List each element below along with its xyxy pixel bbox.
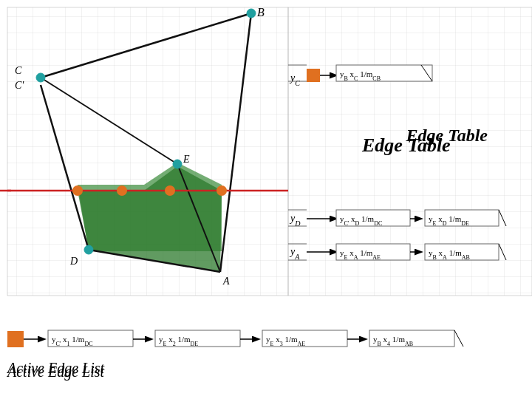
svg-point-18 bbox=[165, 185, 175, 196]
svg-point-15 bbox=[84, 245, 93, 254]
svg-point-13 bbox=[36, 73, 45, 82]
svg-text:D: D bbox=[69, 256, 78, 267]
svg-point-19 bbox=[216, 185, 227, 196]
active-edge-list-label: Active Edge List bbox=[7, 360, 104, 377]
svg-point-12 bbox=[247, 9, 256, 18]
svg-text:C': C' bbox=[15, 80, 24, 91]
svg-point-14 bbox=[173, 160, 182, 168]
edge-table-label: Edge Table bbox=[406, 126, 488, 146]
main-container: B C C' E D A yC yD yA Edge Table yB xC 1… bbox=[0, 0, 532, 399]
svg-line-69 bbox=[454, 330, 463, 347]
svg-rect-30 bbox=[307, 69, 320, 82]
svg-text:B: B bbox=[257, 6, 265, 18]
svg-text:A: A bbox=[222, 276, 230, 287]
svg-text:E: E bbox=[183, 154, 190, 165]
svg-rect-55 bbox=[7, 331, 24, 347]
svg-text:C: C bbox=[15, 65, 22, 76]
svg-point-17 bbox=[117, 185, 127, 196]
svg-point-16 bbox=[72, 185, 83, 196]
